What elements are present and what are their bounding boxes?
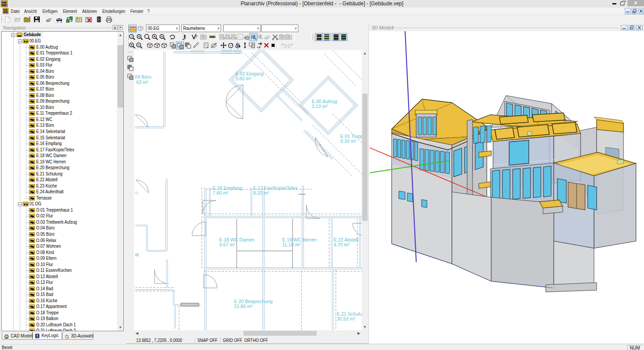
svg-text:3.83 m²: 3.83 m² [235,76,251,81]
svg-text:21.86 m²: 21.86 m² [234,304,253,309]
svg-text:8.32 m²: 8.32 m² [253,190,269,196]
svg-text:9.67 m²: 9.67 m² [219,242,235,247]
svg-text:11.10 m²: 11.10 m² [282,242,301,247]
svg-text:3.13 m²: 3.13 m² [312,104,328,109]
svg-text:7.60 m²: 7.60 m² [213,190,229,196]
svg-text:04 Büro: 04 Büro [135,74,151,79]
svg-text:at: at [135,252,139,257]
svg-text:63 m²: 63 m² [136,79,148,85]
svg-text:30.53 m²: 30.53 m² [337,316,355,321]
svg-text:4.70 m²: 4.70 m² [334,242,350,247]
svg-text:9.34 m²: 9.34 m² [340,138,356,144]
